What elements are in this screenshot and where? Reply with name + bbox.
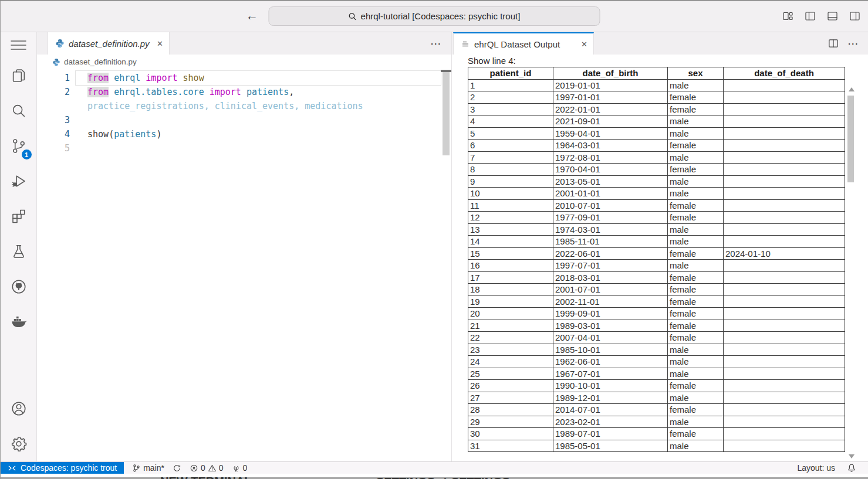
bell-icon (847, 463, 856, 473)
command-center-search[interactable]: ehrql-tutorial [Codespaces: psychic trou… (269, 6, 600, 26)
activity-bar: 1 (1, 32, 37, 461)
tab-label: dataset_definition.py (69, 39, 150, 49)
table-cell: female (668, 103, 724, 115)
table-cell: male (668, 223, 724, 236)
table-cell: 1970-04-01 (553, 164, 668, 176)
scroll-down-arrow-icon[interactable] (849, 454, 855, 458)
sidebar-item-docker[interactable] (1, 304, 37, 339)
table-cell: 6 (468, 140, 553, 152)
breadcrumb[interactable]: dataset_definition.py (37, 55, 451, 69)
table-row: 112010-07-01female (468, 199, 845, 212)
toggle-sidebar-icon[interactable] (804, 10, 816, 22)
table-cell: female (668, 332, 724, 344)
gear-icon (10, 435, 28, 453)
table-cell: male (668, 392, 724, 404)
table-cell (724, 320, 845, 332)
table-row: 282014-07-01female (468, 404, 845, 416)
layout-label: Layout: us (797, 463, 835, 473)
table-cell: 1959-04-01 (553, 127, 668, 140)
code-line[interactable]: 2from ehrql.tables.core import patients, (37, 85, 451, 99)
table-cell: female (668, 271, 724, 284)
table-row: 301989-07-01female (468, 428, 845, 440)
toggle-secondary-sidebar-icon[interactable] (849, 10, 861, 22)
sidebar-item-source-control[interactable]: 1 (1, 128, 37, 164)
code-line[interactable]: 4show(patients) (37, 127, 451, 141)
line-number: 4 (37, 127, 70, 141)
menu-button[interactable] (1, 32, 37, 58)
more-actions-button[interactable]: ⋯ (430, 37, 442, 50)
panel-tabbar: ehrQL Dataset Output ✕ ⋯ (452, 32, 868, 55)
notifications-button[interactable] (843, 462, 860, 474)
table-cell: female (668, 308, 724, 320)
settings-button[interactable] (1, 426, 37, 461)
scrollbar-thumb[interactable] (847, 96, 854, 182)
code-line[interactable]: practice_registrations, clinical_events,… (37, 99, 451, 113)
table-cell: female (668, 140, 724, 152)
titlebar: ← → ehrql-tutorial [Codespaces: psychic … (1, 1, 868, 32)
python-icon (52, 58, 60, 66)
table-cell: 24 (468, 356, 553, 368)
editor-scrollbar[interactable] (443, 72, 450, 155)
sidebar-item-extensions[interactable] (1, 199, 37, 234)
table-row: 161997-07-01male (468, 260, 845, 272)
table-cell: 2014-07-01 (553, 404, 668, 416)
webview-scrollbar[interactable] (846, 55, 856, 461)
branch-status[interactable]: main* (129, 462, 168, 474)
customize-layout-icon[interactable] (782, 10, 794, 22)
code-editor[interactable]: 1from ehrql import show2from ehrql.table… (37, 69, 451, 461)
table-cell: 4 (468, 115, 553, 128)
table-cell: 2013-05-01 (553, 175, 668, 188)
table-cell: 26 (468, 380, 553, 392)
tab-close-button[interactable]: ✕ (157, 39, 163, 48)
breadcrumb-file[interactable]: dataset_definition.py (64, 57, 137, 66)
line-content: from ehrql import show (76, 71, 441, 85)
ports-count: 0 (243, 463, 248, 473)
sidebar-item-testing[interactable] (1, 234, 37, 269)
tab-close-button[interactable]: ✕ (581, 40, 587, 49)
code-line[interactable]: 5 (37, 141, 451, 155)
sidebar-item-github[interactable] (1, 269, 37, 304)
table-cell (724, 223, 845, 236)
table-row: 211989-03-01female (468, 320, 845, 332)
table-cell (724, 236, 845, 248)
keyboard-layout-status[interactable]: Layout: us (793, 462, 839, 474)
sync-status[interactable] (169, 462, 185, 474)
table-cell: female (668, 212, 724, 224)
tab-dataset-definition[interactable]: dataset_definition.py ✕ (48, 32, 170, 55)
table-cell: female (668, 428, 724, 440)
table-cell: 1990-10-01 (553, 380, 668, 392)
table-cell: 11 (468, 199, 553, 212)
table-row: 241962-06-01male (468, 356, 845, 368)
github-icon (10, 278, 28, 295)
table-cell: 1964-03-01 (553, 140, 668, 152)
vscode-window: ← → ehrql-tutorial [Codespaces: psychic … (0, 0, 868, 479)
table-cell (724, 79, 845, 91)
sidebar-item-search[interactable] (1, 93, 37, 128)
column-header: date_of_birth (553, 67, 668, 80)
table-cell: 7 (468, 151, 553, 164)
problems-status[interactable]: 0 0 (186, 462, 227, 474)
table-cell: 29 (468, 416, 553, 428)
table-cell: male (668, 416, 724, 428)
ports-status[interactable]: 0 (228, 462, 251, 474)
scroll-up-arrow-icon[interactable] (849, 87, 855, 91)
line-number: 1 (37, 71, 70, 85)
sidebar-item-run-debug[interactable] (1, 164, 37, 199)
table-cell: 1989-03-01 (553, 320, 668, 332)
table-cell: 2019-01-01 (553, 79, 668, 91)
more-actions-button[interactable]: ⋯ (847, 37, 859, 50)
table-row: 231985-10-01male (468, 344, 845, 356)
accounts-button[interactable] (1, 391, 37, 426)
table-row: 182001-07-01female (468, 284, 845, 296)
tab-ehrql-dataset-output[interactable]: ehrQL Dataset Output ✕ (453, 32, 594, 55)
split-editor-icon[interactable] (828, 38, 839, 49)
table-cell: 13 (468, 223, 553, 236)
sidebar-item-explorer[interactable] (1, 58, 37, 93)
table-cell: 10 (468, 188, 553, 200)
back-button[interactable]: ← (246, 8, 258, 24)
remote-indicator[interactable]: Codespaces: psychic trout (1, 462, 124, 474)
table-row: 71972-08-01male (468, 151, 845, 164)
code-line[interactable]: 3 (37, 113, 451, 127)
code-line[interactable]: 1from ehrql import show (37, 71, 451, 85)
toggle-panel-icon[interactable] (826, 10, 839, 22)
